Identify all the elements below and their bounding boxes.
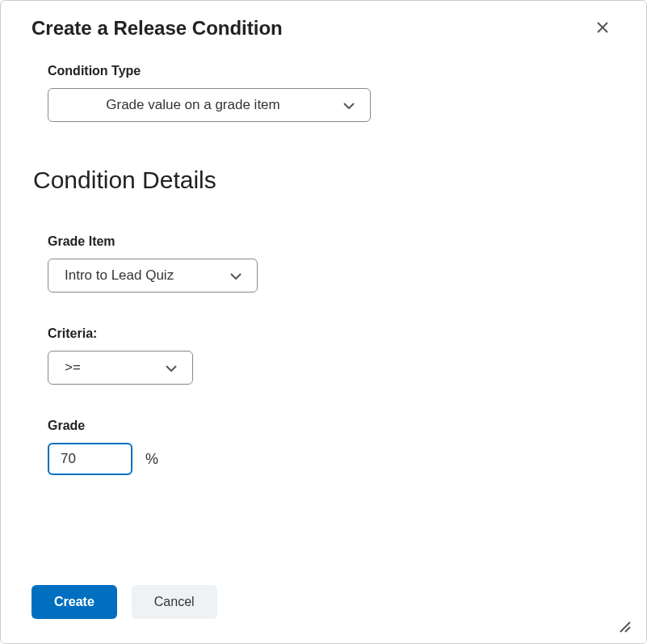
criteria-label: Criteria: [48, 326, 599, 341]
create-button[interactable]: Create [32, 585, 117, 619]
release-condition-dialog: Create a Release Condition Condition Typ… [0, 0, 647, 644]
condition-type-value: Grade value on a grade item [106, 97, 279, 112]
criteria-select-wrapper: >= [48, 351, 193, 385]
condition-details-heading: Condition Details [33, 166, 599, 194]
grade-item-group: Grade Item Intro to Lead Quiz [48, 234, 599, 293]
svg-line-3 [625, 627, 630, 632]
cancel-button[interactable]: Cancel [132, 585, 217, 619]
criteria-group: Criteria: >= [48, 326, 599, 385]
dialog-footer: Create Cancel [1, 569, 646, 643]
grade-input-row: % [48, 443, 599, 475]
resize-handle[interactable] [617, 619, 632, 633]
grade-item-select[interactable]: Intro to Lead Quiz [48, 259, 258, 293]
condition-type-select-wrapper: Grade value on a grade item [48, 88, 371, 122]
grade-input[interactable] [48, 443, 132, 475]
svg-line-2 [620, 622, 630, 632]
condition-type-select[interactable]: Grade value on a grade item [48, 88, 371, 122]
grade-unit: % [145, 451, 158, 468]
close-icon [596, 21, 609, 34]
dialog-header: Create a Release Condition [1, 1, 646, 48]
criteria-select[interactable]: >= [48, 351, 193, 385]
condition-type-group: Condition Type Grade value on a grade it… [48, 64, 599, 122]
condition-type-label: Condition Type [48, 64, 599, 78]
dialog-body: Condition Type Grade value on a grade it… [1, 48, 646, 547]
grade-group: Grade % [48, 419, 599, 475]
grade-label: Grade [48, 419, 599, 433]
close-button[interactable] [590, 17, 615, 40]
grade-item-value: Intro to Lead Quiz [65, 267, 174, 283]
grade-item-label: Grade Item [48, 234, 599, 249]
dialog-title: Create a Release Condition [32, 17, 283, 40]
criteria-value: >= [65, 360, 81, 375]
grade-item-select-wrapper: Intro to Lead Quiz [48, 259, 258, 293]
